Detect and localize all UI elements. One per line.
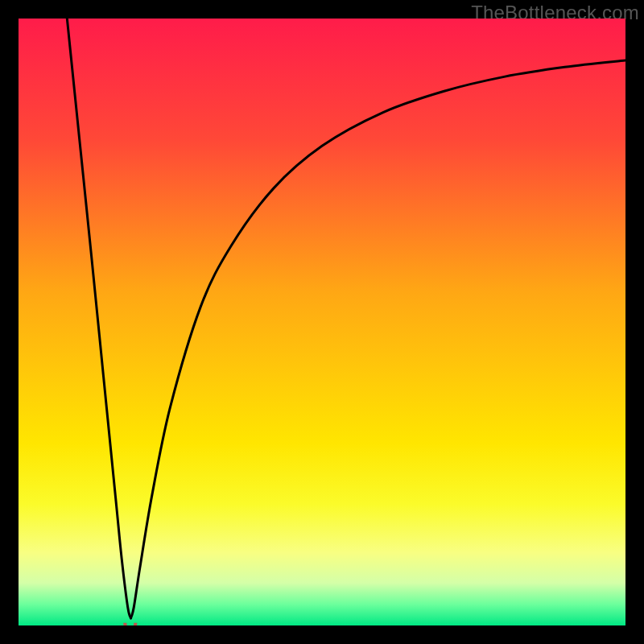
plot-area: ᴗ — [19, 19, 625, 625]
gradient-background — [19, 19, 625, 625]
optimum-marker-icon: ᴗ — [122, 609, 138, 625]
chart-svg — [19, 19, 625, 625]
chart-frame: TheBottleneck.com ᴗ — [0, 0, 644, 644]
